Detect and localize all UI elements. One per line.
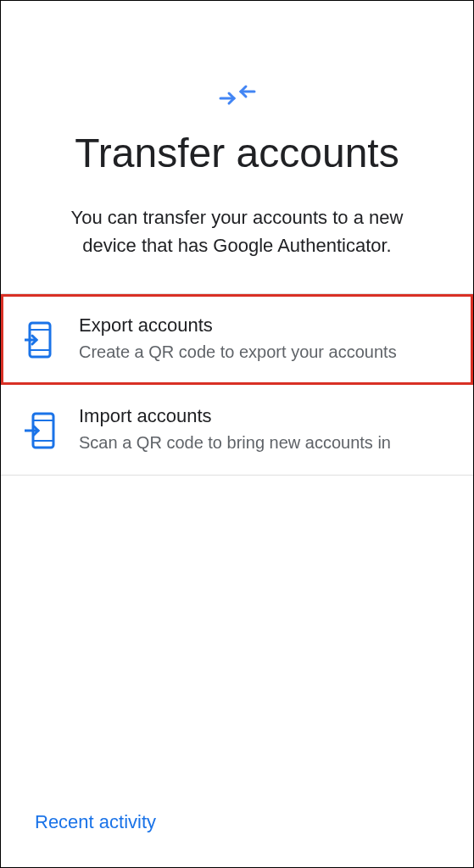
transfer-arrows-icon xyxy=(217,81,258,112)
export-accounts-option[interactable]: Export accounts Create a QR code to expo… xyxy=(1,294,473,385)
import-title: Import accounts xyxy=(79,405,449,427)
recent-activity-link[interactable]: Recent activity xyxy=(35,811,156,832)
import-accounts-option[interactable]: Import accounts Scan a QR code to bring … xyxy=(1,385,473,476)
import-subtitle: Scan a QR code to bring new accounts in xyxy=(79,431,449,454)
export-icon xyxy=(25,321,55,362)
export-subtitle: Create a QR code to export your accounts xyxy=(79,340,449,364)
options-list: Export accounts Create a QR code to expo… xyxy=(1,293,473,476)
import-icon xyxy=(25,412,55,453)
export-title: Export accounts xyxy=(79,314,449,337)
page-description: You can transfer your accounts to a new … xyxy=(1,178,473,293)
page-title: Transfer accounts xyxy=(1,129,473,178)
